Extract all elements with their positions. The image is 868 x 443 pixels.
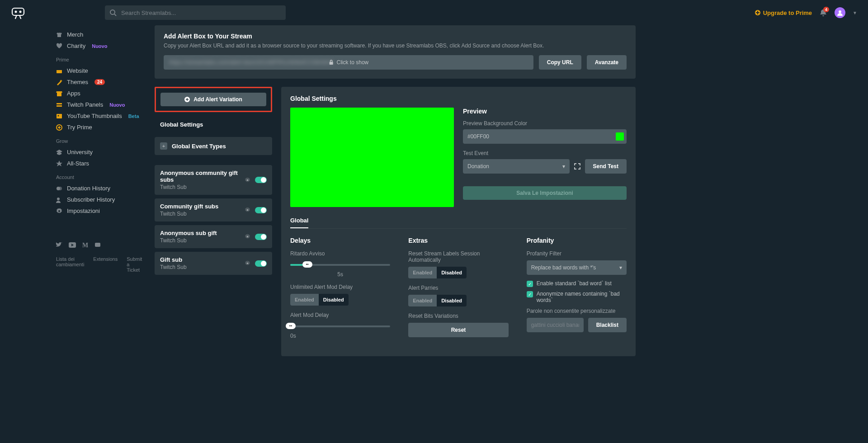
- toggle-switch[interactable]: [255, 177, 267, 183]
- footer-link-changelog[interactable]: Lista dei cambiamenti: [56, 256, 84, 273]
- upgrade-to-prime-link[interactable]: Upgrade to Prime: [755, 9, 812, 16]
- ritardo-slider[interactable]: ••: [290, 260, 390, 269]
- logo[interactable]: [11, 6, 25, 19]
- blacklist-button[interactable]: Blacklist: [588, 318, 627, 332]
- svg-point-3: [110, 10, 115, 14]
- global-settings-item[interactable]: Global Settings: [155, 116, 272, 133]
- profanity-filter-select[interactable]: Replace bad words with *'s ▾: [527, 260, 627, 275]
- image-icon: [56, 113, 62, 119]
- custom-words-input[interactable]: [527, 318, 584, 332]
- global-settings-label: Global Settings: [160, 121, 203, 128]
- svg-rect-7: [57, 69, 62, 70]
- sidebar-item-label: Donation History: [67, 185, 110, 192]
- nuovo-badge: Nuovo: [92, 43, 107, 49]
- variation-title: Anonymous sub gift: [160, 230, 245, 236]
- sidebar-item-settings[interactable]: Impostazioni: [56, 205, 145, 217]
- gear-icon: [56, 208, 62, 214]
- currency-icon: [56, 185, 62, 192]
- fullscreen-icon[interactable]: [574, 163, 580, 170]
- sidebar-item-all-stars[interactable]: All-Stars: [56, 158, 145, 169]
- slider-thumb[interactable]: ••: [286, 323, 296, 329]
- disabled-option[interactable]: Disabled: [319, 294, 349, 306]
- sidebar-item-twitch-panels[interactable]: Twitch Panels Nuovo: [56, 99, 145, 110]
- gear-icon[interactable]: [245, 234, 250, 240]
- medium-icon[interactable]: M: [82, 242, 88, 249]
- gear-icon[interactable]: [245, 177, 250, 183]
- advanced-button[interactable]: Avanzate: [587, 55, 627, 70]
- mod-delay-value: 0s: [290, 333, 390, 339]
- variation-item[interactable]: Community gift subs Twitch Sub: [155, 198, 272, 222]
- variation-item[interactable]: Anonymous sub gift Twitch Sub: [155, 225, 272, 248]
- sidebar-item-merch[interactable]: Merch: [56, 29, 145, 40]
- sidebar-item-subscriber-history[interactable]: Subscriber History: [56, 194, 145, 205]
- disabled-option[interactable]: Disabled: [437, 295, 467, 306]
- youtube-icon[interactable]: [69, 242, 76, 249]
- svg-point-1: [15, 11, 17, 13]
- enabled-option[interactable]: Enabled: [408, 267, 437, 278]
- copy-url-button[interactable]: Copy URL: [539, 55, 581, 70]
- global-settings-heading: Global Settings: [290, 95, 627, 102]
- bg-color-input[interactable]: #00FF00: [463, 129, 627, 144]
- sidebar-item-label: Charity: [67, 42, 85, 49]
- sidebar-item-label: Try Prime: [67, 124, 92, 131]
- avatar[interactable]: [835, 7, 845, 18]
- sidebar-item-donation-history[interactable]: Donation History: [56, 183, 145, 194]
- notifications-button[interactable]: 4: [819, 9, 827, 17]
- twitter-icon[interactable]: [56, 242, 62, 249]
- checkbox-anonymize[interactable]: ✓ Anonymize names containing `bad words`: [527, 291, 627, 303]
- profanity-heading: Profanity: [527, 237, 627, 244]
- sidebar-item-charity[interactable]: Charity Nuovo: [56, 40, 145, 52]
- checkbox-icon: ✓: [527, 291, 533, 297]
- gear-icon[interactable]: [245, 207, 250, 213]
- toggle-switch[interactable]: [255, 234, 267, 240]
- sidebar-item-youtube-thumbnails[interactable]: YouTube Thumbnails Beta: [56, 110, 145, 122]
- global-event-types-item[interactable]: + Global Event Types: [155, 137, 272, 155]
- sidebar-item-label: Impostazioni: [67, 207, 100, 214]
- send-test-button[interactable]: Send Test: [585, 159, 627, 174]
- variation-item[interactable]: Anonymous community gift subs Twitch Sub: [155, 165, 272, 195]
- sidebar-item-try-prime[interactable]: Try Prime: [56, 122, 145, 133]
- reset-button[interactable]: Reset: [408, 323, 508, 337]
- color-swatch[interactable]: [616, 132, 624, 141]
- gear-icon[interactable]: [245, 260, 250, 266]
- variation-item[interactable]: Gift sub Twitch Sub: [155, 252, 272, 275]
- preview-bg-label: Preview Background Color: [463, 120, 627, 127]
- discord-icon[interactable]: [94, 242, 101, 249]
- toggle-switch[interactable]: [255, 260, 267, 267]
- add-alert-variation-button[interactable]: Add Alert Variation: [160, 93, 266, 106]
- global-event-types-label: Global Event Types: [172, 143, 226, 150]
- disabled-option[interactable]: Disabled: [437, 267, 467, 278]
- sidebar-item-website[interactable]: Website: [56, 65, 145, 76]
- footer-link-extensions[interactable]: Extensions: [93, 256, 118, 273]
- checkbox-standard-list[interactable]: ✓ Enable standard `bad word` list: [527, 280, 627, 287]
- sidebar-item-apps[interactable]: Apps: [56, 88, 145, 99]
- slider-thumb[interactable]: ••: [302, 261, 312, 268]
- ritardo-label: Ritardo Avviso: [290, 250, 390, 257]
- preview-title: Preview: [463, 108, 627, 115]
- unlimited-toggle-group: Enabled Disabled: [290, 294, 349, 306]
- test-event-select[interactable]: Donation ▾: [463, 159, 570, 174]
- save-settings-button[interactable]: Salva Le Impostazioni: [463, 186, 627, 200]
- sidebar-item-label: Merch: [67, 31, 83, 38]
- unlimited-label: Unlimited Alert Mod Delay: [290, 284, 390, 290]
- variation-subtitle: Twitch Sub: [160, 211, 245, 217]
- footer-link-ticket[interactable]: Submit a Ticket: [127, 256, 142, 273]
- sidebar-item-themes[interactable]: Themes 24: [56, 76, 145, 88]
- sidebar-item-university[interactable]: University: [56, 146, 145, 158]
- upgrade-label: Upgrade to Prime: [763, 9, 812, 16]
- sidebar-section-prime: Prime: [56, 52, 145, 65]
- sidebar-section-grow: Grow: [56, 133, 145, 146]
- chevron-down-icon[interactable]: ▼: [853, 10, 857, 15]
- enabled-option[interactable]: Enabled: [408, 295, 437, 306]
- mod-delay-slider[interactable]: ••: [286, 322, 390, 331]
- variation-title: Community gift subs: [160, 203, 245, 210]
- tab-global[interactable]: Global: [290, 217, 308, 228]
- alert-url-box[interactable]: https://streamlabs.com/alert-box/v3/1A8F…: [164, 55, 533, 70]
- info-card-desc: Copy your Alert Box URL and add it as a …: [164, 42, 627, 49]
- toggle-switch[interactable]: [255, 207, 267, 213]
- search-input[interactable]: [105, 5, 286, 20]
- shirt-icon: [56, 32, 62, 38]
- heart-icon: [56, 43, 62, 49]
- enabled-option[interactable]: Enabled: [290, 294, 319, 306]
- svg-rect-17: [95, 243, 100, 247]
